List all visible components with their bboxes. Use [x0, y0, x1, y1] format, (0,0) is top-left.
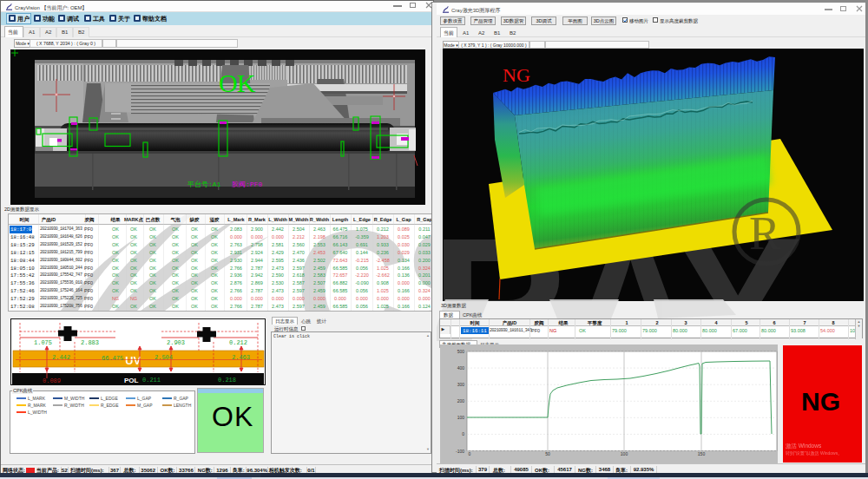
svg-text:POL: POL [124, 377, 139, 384]
svg-text:150: 150 [698, 451, 706, 456]
svg-text:1.075: 1.075 [34, 339, 52, 346]
svg-text:2.883: 2.883 [81, 339, 99, 346]
svg-text:-100: -100 [456, 449, 464, 454]
svg-text:0: 0 [462, 431, 464, 436]
svg-text:0.212: 0.212 [229, 339, 247, 346]
svg-text:2.504: 2.504 [155, 354, 173, 361]
svg-text:500: 500 [457, 349, 465, 354]
svg-text:0.218: 0.218 [218, 377, 236, 384]
svg-text:2.463: 2.463 [232, 354, 250, 361]
svg-text:66.475: 66.475 [102, 355, 123, 362]
svg-text:0.089: 0.089 [43, 377, 61, 384]
svg-text:0.211: 0.211 [142, 377, 161, 384]
svg-text:胶阀:PF0: 胶阀:PF0 [232, 180, 262, 188]
svg-text:50: 50 [545, 451, 550, 456]
svg-text:NG: NG [503, 64, 530, 86]
svg-text:400: 400 [457, 365, 465, 371]
svg-text:0: 0 [469, 451, 471, 456]
svg-text:100: 100 [621, 451, 628, 456]
svg-text:200: 200 [457, 398, 465, 404]
svg-text:OK: OK [219, 69, 256, 97]
svg-text:2.903: 2.903 [167, 339, 185, 346]
svg-text:R: R [749, 207, 780, 259]
svg-text:300: 300 [457, 382, 465, 387]
svg-text:2.442: 2.442 [52, 354, 70, 361]
svg-text:平台号:A1: 平台号:A1 [187, 180, 221, 188]
svg-text:100: 100 [457, 415, 465, 420]
svg-text:UV: UV [125, 354, 141, 367]
